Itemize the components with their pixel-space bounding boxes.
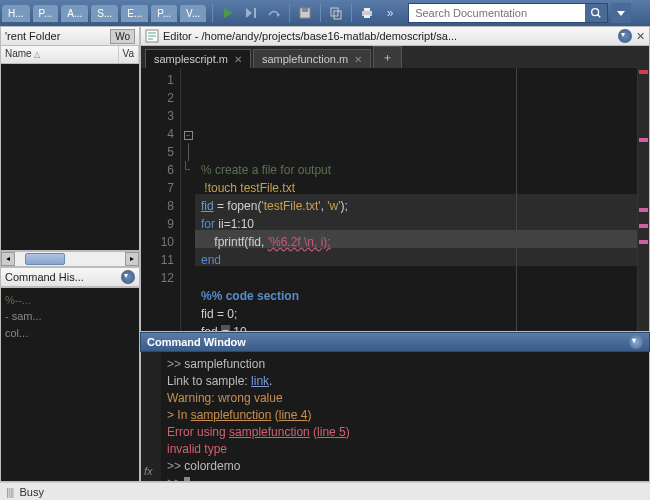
command-history-title: Command His... (5, 271, 118, 283)
status-text: Busy (19, 486, 43, 498)
step-button[interactable] (240, 3, 262, 23)
command-history-header: Command His... (0, 267, 140, 287)
search-box (408, 3, 608, 23)
history-menu-button[interactable] (121, 270, 135, 284)
warning-marker[interactable] (639, 208, 648, 212)
folder-scrollbar: ◂ ▸ (0, 251, 140, 267)
menu-tab[interactable]: P... (151, 5, 177, 22)
output-link[interactable]: link (251, 374, 269, 388)
output-link[interactable]: samplefunction (229, 425, 310, 439)
toolbar-dropdown-button[interactable] (611, 3, 631, 23)
menu-tab[interactable]: E... (121, 5, 148, 22)
editor-menu-button[interactable] (618, 29, 632, 43)
svg-rect-2 (254, 8, 256, 18)
menu-tab[interactable]: A... (61, 5, 88, 22)
command-window-title: Command Window (147, 336, 626, 348)
fold-gutter: − (181, 68, 195, 331)
code-area[interactable]: % create a file for output !touch testFi… (195, 68, 637, 331)
col-value[interactable]: Va (119, 46, 140, 63)
file-tab[interactable]: samplescript.m✕ (145, 49, 251, 68)
col-name[interactable]: Name (5, 48, 32, 59)
scroll-left-button[interactable]: ◂ (1, 252, 15, 266)
svg-line-12 (598, 15, 601, 18)
output-link[interactable]: samplefunction (191, 408, 272, 422)
fx-icon[interactable]: fx (144, 465, 153, 477)
error-marker[interactable] (639, 70, 648, 74)
svg-marker-13 (617, 11, 625, 16)
editor-icon (145, 29, 159, 43)
current-folder-title: 'rent Folder (5, 30, 108, 42)
command-history-body[interactable]: %--... -sam... col... (0, 287, 140, 483)
svg-marker-1 (246, 8, 252, 18)
editor-close-button[interactable]: ✕ (636, 30, 645, 43)
svg-rect-5 (302, 8, 308, 12)
history-item[interactable]: col... (5, 325, 135, 342)
search-submit-button[interactable] (585, 4, 607, 22)
search-input[interactable] (409, 7, 585, 19)
svg-marker-0 (224, 8, 233, 18)
warning-marker[interactable] (639, 224, 648, 228)
status-bar: |||| Busy (0, 482, 650, 500)
current-folder-header: 'rent Folder Wo (0, 26, 140, 46)
close-tab-icon[interactable]: ✕ (234, 54, 242, 65)
more-button[interactable]: » (379, 3, 401, 23)
run-button[interactable] (217, 3, 239, 23)
error-strip (637, 68, 649, 331)
warning-marker[interactable] (639, 240, 648, 244)
line-gutter: 123456789101112 (141, 68, 181, 331)
history-item[interactable]: %--... (5, 292, 135, 309)
command-output[interactable]: >> samplefunctionLink to sample: link.Wa… (161, 352, 649, 481)
editor-path: Editor - /home/andy/projects/base16-matl… (163, 30, 615, 42)
menu-tab[interactable]: H... (2, 5, 30, 22)
save-button[interactable] (294, 3, 316, 23)
print-button[interactable] (356, 3, 378, 23)
resize-grip-icon[interactable]: |||| (6, 486, 13, 498)
workspace-tab[interactable]: Wo (110, 29, 135, 44)
svg-point-11 (592, 9, 599, 16)
svg-rect-9 (364, 8, 370, 11)
fold-toggle[interactable]: − (184, 131, 193, 140)
copy-button[interactable] (325, 3, 347, 23)
svg-rect-10 (364, 15, 370, 18)
menu-tab[interactable]: S... (91, 5, 118, 22)
output-link[interactable]: line 5 (317, 425, 346, 439)
folder-listing[interactable] (0, 64, 140, 251)
menu-tab[interactable]: V... (180, 5, 206, 22)
scroll-thumb[interactable] (25, 253, 65, 265)
scroll-track[interactable] (15, 252, 125, 266)
menu-tab[interactable]: P... (33, 5, 59, 22)
editor-header: Editor - /home/andy/projects/base16-matl… (140, 26, 650, 46)
close-tab-icon[interactable]: ✕ (354, 54, 362, 65)
command-gutter: fx (141, 352, 161, 481)
step-over-button[interactable] (263, 3, 285, 23)
file-tab[interactable]: samplefunction.m✕ (253, 49, 371, 68)
command-window-header: Command Window (140, 332, 650, 352)
file-tab-bar: samplescript.m✕ samplefunction.m✕ ＋ (140, 46, 650, 68)
editor-body: 123456789101112 − % create a file for ou… (140, 68, 650, 332)
folder-columns: Name △ Va (0, 46, 140, 64)
history-item[interactable]: -sam... (5, 308, 135, 325)
warning-marker[interactable] (639, 138, 648, 142)
command-window-body: fx >> samplefunctionLink to sample: link… (140, 352, 650, 482)
scroll-right-button[interactable]: ▸ (125, 252, 139, 266)
command-window-menu-button[interactable] (629, 335, 643, 349)
output-link[interactable]: line 4 (279, 408, 308, 422)
new-tab-button[interactable]: ＋ (373, 46, 402, 68)
main-toolbar: H... P... A... S... E... P... V... » (0, 0, 650, 26)
